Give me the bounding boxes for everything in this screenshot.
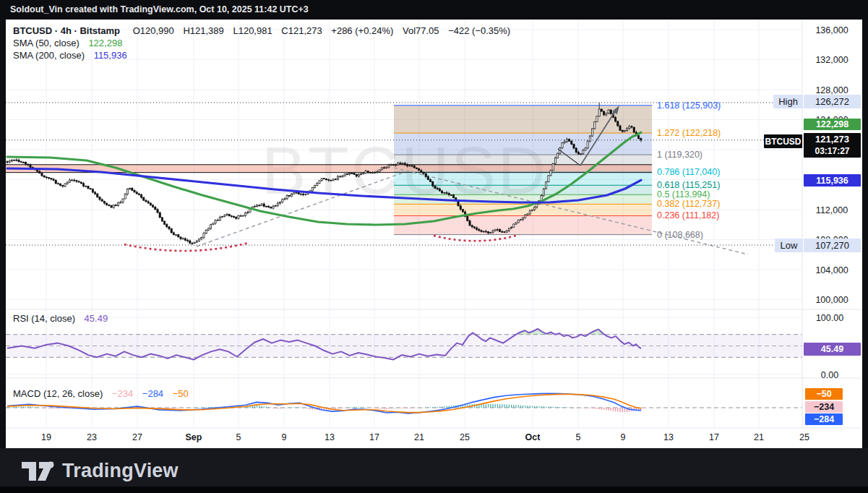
svg-text:25: 25 (460, 432, 470, 442)
macd-label[interactable]: MACD (12, 26, close) (13, 388, 103, 399)
price-change: +286 (+0.24%) (331, 25, 393, 36)
svg-text:0.00: 0.00 (821, 370, 838, 380)
sma200-value: 115,936 (94, 50, 127, 61)
svg-text:17: 17 (369, 432, 379, 442)
volume: Vol77.05 (403, 25, 439, 36)
ohlc-high: H121,389 (183, 25, 223, 36)
chart-canvas[interactable]: BTCUSD1.618 (125,903)1.272 (122,218)1 (1… (0, 0, 868, 493)
macd-hist-value: −234 (112, 388, 133, 399)
volume-change: −422 (−0.35%) (448, 25, 510, 36)
tradingview-logo[interactable]: TradingView (22, 460, 179, 482)
svg-text:1.272 (122,218): 1.272 (122,218) (657, 128, 721, 138)
footer-bottom-strip (0, 486, 868, 493)
macd-legend-row[interactable]: MACD (12, 26, close) −234 −284 −50 (13, 388, 195, 399)
svg-text:1.618 (125,903): 1.618 (125,903) (657, 100, 721, 111)
rsi-panel (6, 329, 802, 360)
macd-line-value: −284 (142, 388, 163, 399)
svg-text:0 (108,668): 0 (108,668) (657, 230, 703, 240)
sma200-label[interactable]: SMA (200, close) (13, 50, 85, 61)
symbol-price-label: BTCUSD (764, 134, 802, 148)
sma200-price-badge: 115,936 (804, 174, 861, 187)
ohlc-close: C121,273 (281, 25, 322, 36)
svg-text:25: 25 (799, 432, 809, 442)
svg-text:13: 13 (325, 432, 335, 442)
macd-line-badge: −284 (805, 413, 843, 425)
svg-text:5: 5 (236, 432, 241, 442)
time-axis: 192327Sep5913172125Oct5913172125 (41, 432, 809, 442)
macd-hist-badge: −234 (805, 401, 843, 413)
countdown-timer: 03:17:27 (815, 146, 849, 157)
macd-signal-value: −50 (173, 388, 189, 399)
svg-text:0.382 (112,737): 0.382 (112,737) (657, 199, 720, 209)
svg-text:13: 13 (663, 432, 674, 442)
price-axis: 136,000132,000128,000124,000120,000116,0… (815, 25, 848, 380)
last-price: 121,273 (815, 134, 849, 145)
svg-text:104,000: 104,000 (815, 265, 848, 275)
svg-text:27: 27 (132, 432, 142, 442)
low-value-badge: 107,270 (804, 239, 861, 252)
svg-text:1 (119,320): 1 (119,320) (657, 150, 702, 160)
svg-text:9: 9 (282, 432, 287, 442)
svg-text:19: 19 (41, 432, 51, 442)
svg-text:17: 17 (709, 432, 719, 442)
sma50-price-badge: 122,298 (804, 119, 861, 130)
svg-text:136,000: 136,000 (815, 25, 848, 35)
ohlc-open: O120,990 (133, 25, 174, 36)
rsi-value-badge: 45.49 (804, 343, 861, 356)
svg-text:0.618 (115,251): 0.618 (115,251) (657, 180, 720, 190)
last-price-badge: 121,273 03:17:27 (804, 133, 861, 158)
svg-text:100,000: 100,000 (815, 295, 848, 305)
high-label-badge: High (773, 95, 803, 108)
svg-text:0.786 (117,040): 0.786 (117,040) (657, 167, 720, 177)
svg-text:112,000: 112,000 (816, 205, 848, 215)
high-value-badge: 126,272 (804, 95, 861, 108)
svg-text:5: 5 (576, 432, 581, 442)
rsi-label[interactable]: RSI (14, close) (13, 313, 75, 324)
symbol-title[interactable]: BTCUSD · 4h · Bitstamp (13, 25, 120, 36)
svg-text:0.5 (113,994): 0.5 (113,994) (657, 189, 710, 200)
fib-labels: 1.618 (125,903)1.272 (122,218)1 (119,320… (657, 100, 721, 240)
svg-text:21: 21 (754, 432, 764, 442)
sma200-legend-row[interactable]: SMA (200, close) 115,936 (13, 50, 134, 61)
svg-text:9: 9 (621, 432, 626, 442)
svg-text:132,000: 132,000 (815, 55, 848, 65)
svg-text:23: 23 (87, 432, 97, 442)
tradingview-logo-text: TradingView (62, 460, 179, 482)
svg-text:0.236 (111,182): 0.236 (111,182) (657, 210, 719, 220)
svg-text:Sep: Sep (186, 432, 202, 442)
tradingview-logo-icon (22, 460, 55, 482)
symbol-legend-row[interactable]: BTCUSD · 4h · Bitstamp O120,990 H121,389… (13, 25, 517, 36)
sma50-legend-row[interactable]: SMA (50, close) 122,298 (13, 38, 129, 48)
rsi-value: 45.49 (85, 313, 108, 324)
support-arcs (124, 235, 519, 251)
rsi-legend-row[interactable]: RSI (14, close) 45.49 (13, 313, 114, 324)
macd-signal-badge: −50 (805, 388, 843, 400)
svg-text:21: 21 (414, 432, 424, 442)
svg-text:100.00: 100.00 (816, 313, 843, 323)
svg-text:128,000: 128,000 (815, 85, 848, 95)
sma50-value: 122,298 (88, 38, 122, 48)
svg-text:Oct: Oct (525, 432, 541, 442)
sma50-label[interactable]: SMA (50, close) (13, 38, 80, 48)
ohlc-low: L120,981 (233, 25, 272, 36)
low-label-badge: Low (775, 239, 803, 252)
